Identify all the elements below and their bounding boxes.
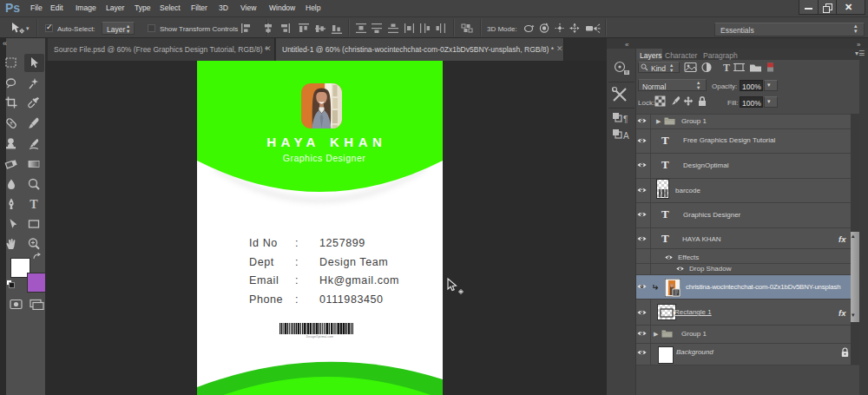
svg-text:A: A [623, 131, 629, 141]
svg-text:T: T [30, 198, 38, 211]
svg-text:¶: ¶ [623, 115, 628, 124]
svg-text:T: T [723, 62, 730, 73]
